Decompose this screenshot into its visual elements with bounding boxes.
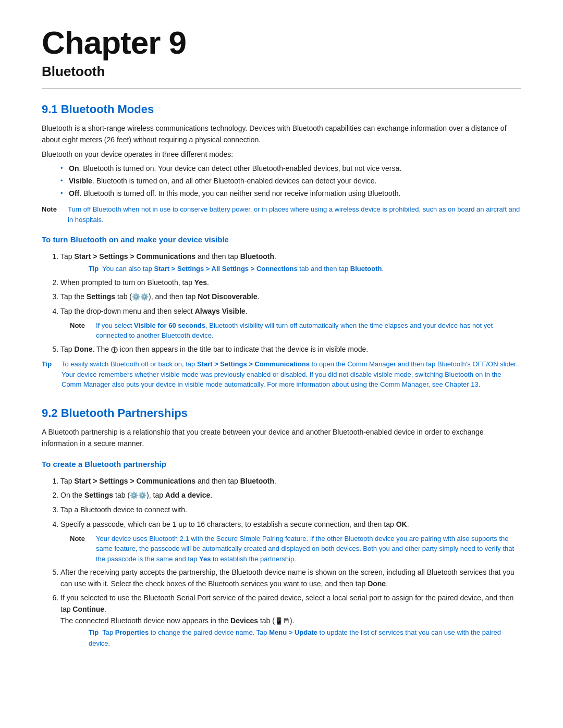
section-9-1: 9.1 Bluetooth Modes Bluetooth is a short…: [42, 101, 521, 390]
section-9-1-title: 9.1 Bluetooth Modes: [42, 101, 521, 118]
mode-visible: Visible. Bluetooth is turned on, and all…: [60, 176, 521, 187]
step-1-5: Tap Done. The ⨁︎ icon then appears in th…: [60, 344, 521, 355]
step-1-4: Tap the drop-down menu and then select A…: [60, 306, 521, 341]
note-visible-60: Note If you select Visible for 60 second…: [70, 320, 521, 341]
note-battery: Note Turn off Bluetooth when not in use …: [42, 204, 521, 225]
note-label-2: Note: [70, 320, 93, 341]
tip-label: Tip: [42, 359, 58, 390]
step-2-4: Specify a passcode, which can be 1 up to…: [60, 519, 521, 564]
chapter-header: Chapter 9 Bluetooth: [42, 25, 521, 82]
step-2-1: Tap Start > Settings > Communications an…: [60, 476, 521, 487]
note-text-3: Your device uses Bluetooth 2.1 with the …: [96, 534, 521, 564]
note-secure-pairing: Note Your device uses Bluetooth 2.1 with…: [70, 534, 521, 564]
section-9-2: 9.2 Bluetooth Partnerships A Bluetooth p…: [42, 404, 521, 649]
step-2-2: On the Settings tab (⚙️⚙️), tap Add a de…: [60, 490, 521, 501]
step-2-5: After the receiving party accepts the pa…: [60, 567, 521, 589]
tip-comm-manager: Tip To easily switch Bluetooth off or ba…: [42, 359, 521, 390]
settings-icon-2: ⚙️⚙️: [130, 491, 146, 499]
devices-icon: 📱🖹: [275, 617, 290, 625]
tip-start-settings: Tip You can also tap Start > Settings > …: [89, 264, 521, 274]
chapter-title: Bluetooth: [42, 61, 521, 82]
section-9-1-intro2: Bluetooth on your device operates in thr…: [42, 149, 521, 161]
section-9-1-intro1: Bluetooth is a short-range wireless comm…: [42, 123, 521, 145]
note-label-3: Note: [70, 534, 93, 564]
steps-turn-on: Tap Start > Settings > Communications an…: [60, 251, 521, 355]
note-text: Turn off Bluetooth when not in use to co…: [68, 204, 521, 225]
tip-text: To easily switch Bluetooth off or back o…: [62, 359, 521, 390]
step-1-3: Tap the Settings tab (⚙️⚙️), and then ta…: [60, 291, 521, 303]
section-9-2-intro: A Bluetooth partnership is a relationshi…: [42, 427, 521, 449]
subsection-turn-on-title: To turn Bluetooth on and make your devic…: [42, 234, 521, 246]
note-label: Note: [42, 204, 65, 225]
mode-off: Off. Bluetooth is turned off. In this mo…: [60, 188, 521, 200]
bluetooth-icon: ⨁︎: [111, 346, 118, 353]
step-2-6: If you selected to use the Bluetooth Ser…: [60, 593, 521, 648]
subsection-create-partnership-title: To create a Bluetooth partnership: [42, 459, 521, 471]
settings-icon: ⚙️⚙️: [132, 293, 149, 301]
steps-create-partnership: Tap Start > Settings > Communications an…: [60, 476, 521, 649]
chapter-number: Chapter 9: [42, 25, 521, 60]
modes-list: On. Bluetooth is turned on. Your device …: [60, 163, 521, 199]
section-9-2-title: 9.2 Bluetooth Partnerships: [42, 404, 521, 422]
chapter-divider: [42, 88, 521, 89]
step-1-2: When prompted to turn on Bluetooth, tap …: [60, 277, 521, 289]
tip-properties: Tip Tap Properties to change the paired …: [89, 627, 521, 648]
mode-on: On. Bluetooth is turned on. Your device …: [60, 163, 521, 175]
step-1-1: Tap Start > Settings > Communications an…: [60, 251, 521, 274]
note-text-2: If you select Visible for 60 seconds, Bl…: [96, 320, 521, 341]
step-2-3: Tap a Bluetooth device to connect with.: [60, 504, 521, 516]
